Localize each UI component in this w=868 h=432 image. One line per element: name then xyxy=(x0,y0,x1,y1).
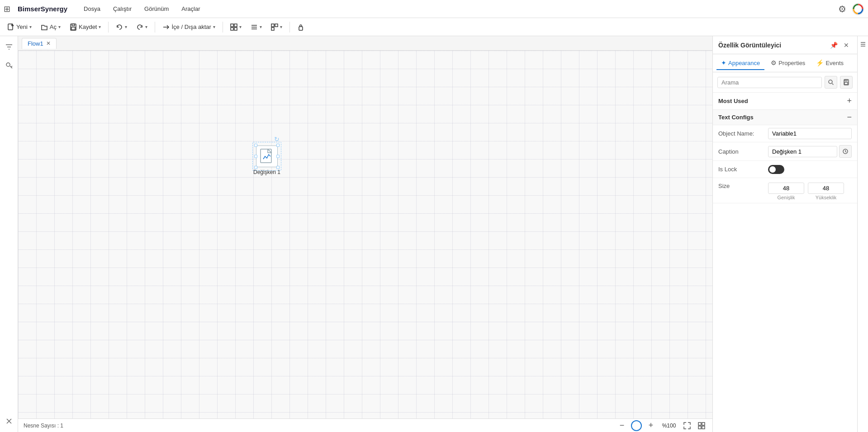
height-input[interactable] xyxy=(808,183,844,194)
node-handle-tr[interactable] xyxy=(276,144,280,147)
zoom-fit-button[interactable] xyxy=(682,420,693,431)
appearance-tab-label: Appearance xyxy=(728,60,760,66)
is-lock-row: Is Lock xyxy=(713,161,857,178)
width-input[interactable] xyxy=(768,183,804,194)
menu-gorunum[interactable]: Görünüm xyxy=(141,4,172,14)
save-dropdown-arrow: ▾ xyxy=(99,24,101,29)
new-dropdown-arrow: ▾ xyxy=(29,24,32,29)
caption-value xyxy=(768,145,852,158)
more-button[interactable]: ▾ xyxy=(267,22,286,33)
properties-tab-icon: ⚙ xyxy=(771,59,777,66)
right-panel: Özellik Görüntüleyici 📌 ✕ ✦ Appearance ⚙… xyxy=(712,36,857,432)
save-button[interactable]: Kaydet ▾ xyxy=(66,22,104,33)
tab-appearance[interactable]: ✦ Appearance xyxy=(716,56,764,70)
new-label: Yeni xyxy=(16,23,28,30)
caption-row: Caption xyxy=(713,142,857,161)
tab-close-icon[interactable]: ✕ xyxy=(46,40,51,47)
menu-araclar[interactable]: Araçlar xyxy=(178,4,204,14)
is-lock-toggle[interactable] xyxy=(768,165,784,174)
node-handle-br[interactable] xyxy=(276,166,280,169)
tab-bar: Flow1 ✕ xyxy=(18,36,712,51)
node-rotate-handle[interactable]: ↻ xyxy=(274,136,280,141)
most-used-toggle[interactable]: + xyxy=(847,96,852,106)
more-dropdown-arrow: ▾ xyxy=(280,24,282,29)
object-name-label: Object Name: xyxy=(718,130,768,137)
object-name-input[interactable] xyxy=(768,128,852,139)
properties-tab-label: Properties xyxy=(778,60,805,66)
panel-close-button[interactable]: ✕ xyxy=(841,40,852,51)
svg-rect-3 xyxy=(72,24,75,26)
svg-rect-18 xyxy=(698,423,701,425)
width-field: Genişlik xyxy=(768,183,804,200)
menu-calistir[interactable]: Çalıştır xyxy=(109,4,135,14)
node-handle-lm[interactable] xyxy=(254,155,257,158)
sidebar-key-icon[interactable] xyxy=(2,58,16,72)
sidebar-filter-icon[interactable] xyxy=(2,40,16,54)
redo-button[interactable]: ▾ xyxy=(133,22,151,33)
panel-pin-button[interactable]: 📌 xyxy=(828,40,839,51)
svg-rect-15 xyxy=(299,27,303,30)
import-export-label: İçe / Dışa aktar xyxy=(171,23,211,30)
canvas-node[interactable]: ↻ Değişken 1 xyxy=(253,146,280,175)
text-configs-toggle[interactable]: − xyxy=(847,113,852,122)
tab-properties[interactable]: ⚙ Properties xyxy=(766,56,810,70)
toolbar-sep-4 xyxy=(289,22,290,33)
align-dropdown-arrow: ▾ xyxy=(260,24,262,29)
caption-input[interactable] xyxy=(768,146,837,157)
undo-button[interactable]: ▾ xyxy=(112,22,131,33)
app-title: BimserSynergy xyxy=(18,5,67,13)
search-button[interactable] xyxy=(825,76,837,89)
height-field: Yükseklik xyxy=(808,183,844,200)
open-label: Aç xyxy=(50,23,57,30)
edge-tab-icon[interactable] xyxy=(859,40,868,49)
lock-button[interactable] xyxy=(294,22,308,33)
node-handle-tl[interactable] xyxy=(254,144,257,147)
new-button[interactable]: Yeni ▾ xyxy=(4,22,35,33)
most-used-title: Most Used xyxy=(718,98,748,104)
panel-title: Özellik Görüntüleyici xyxy=(718,42,781,49)
import-export-dropdown-arrow: ▾ xyxy=(213,24,215,29)
svg-rect-20 xyxy=(698,426,701,429)
undo-dropdown-arrow: ▾ xyxy=(125,24,127,29)
svg-rect-7 xyxy=(231,28,233,30)
align-button[interactable]: ▾ xyxy=(247,22,266,33)
tab-events[interactable]: ⚡ Events xyxy=(811,56,848,70)
svg-rect-8 xyxy=(234,28,237,30)
toolbar-sep-1 xyxy=(108,22,109,33)
node-icon xyxy=(256,146,278,167)
toggle-slider xyxy=(768,165,784,174)
zoom-in-button[interactable]: + xyxy=(645,420,656,431)
grid-button[interactable]: ▾ xyxy=(227,22,245,33)
most-used-section: Most Used + xyxy=(713,93,857,109)
grid-dropdown-arrow: ▾ xyxy=(239,24,242,29)
canvas[interactable]: ↻ Değişken 1 xyxy=(18,51,712,418)
zoom-circle-indicator xyxy=(631,420,642,431)
caption-settings-button[interactable] xyxy=(839,145,852,158)
app-grid-icon[interactable]: ⊞ xyxy=(4,4,10,14)
open-dropdown-arrow: ▾ xyxy=(58,24,61,29)
panel-save-preset-button[interactable] xyxy=(840,76,853,89)
menu-dosya[interactable]: Dosya xyxy=(80,4,104,14)
svg-rect-21 xyxy=(702,426,705,429)
height-label: Yükseklik xyxy=(816,195,836,200)
settings-icon[interactable]: ⚙ xyxy=(838,4,846,14)
toolbar: Yeni ▾ Aç ▾ Kaydet ▾ ▾ ▾ İçe / Dışa akta… xyxy=(0,18,868,36)
zoom-grid-button[interactable] xyxy=(696,420,707,431)
svg-rect-12 xyxy=(271,24,274,27)
sidebar-bottom-icon[interactable] xyxy=(2,414,16,428)
svg-rect-14 xyxy=(271,28,274,30)
import-export-button[interactable]: İçe / Dışa aktar ▾ xyxy=(159,22,218,33)
svg-rect-19 xyxy=(702,423,705,425)
panel-header: Özellik Görüntüleyici 📌 ✕ xyxy=(713,36,857,54)
status-bar: Nesne Sayısı : 1 − + %100 xyxy=(18,418,712,432)
tab-flow1[interactable]: Flow1 ✕ xyxy=(22,38,57,49)
size-inputs-row: Genişlik Yükseklik xyxy=(768,183,852,200)
svg-rect-13 xyxy=(275,24,278,27)
zoom-out-button[interactable]: − xyxy=(617,420,627,431)
panel-content: Most Used + Text Configs − Object Name: … xyxy=(713,93,857,432)
zoom-value: %100 xyxy=(660,423,678,429)
open-button[interactable]: Aç ▾ xyxy=(37,22,64,33)
node-handle-rm[interactable] xyxy=(276,155,280,158)
search-input[interactable] xyxy=(717,77,822,88)
node-handle-bl[interactable] xyxy=(254,166,257,169)
